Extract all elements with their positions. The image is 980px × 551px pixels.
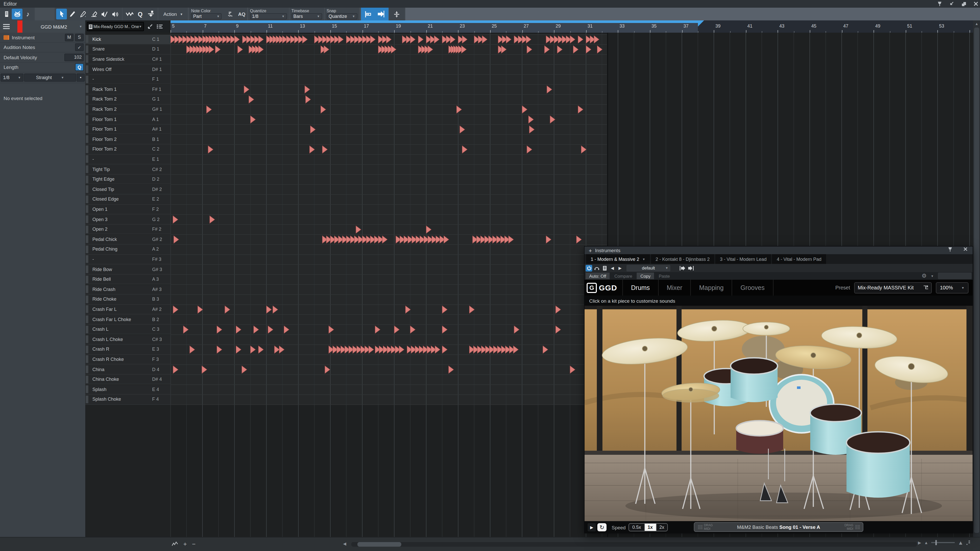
zoom-presets-icon[interactable]: [966, 540, 970, 545]
drum-editor-icon[interactable]: [12, 9, 22, 19]
row-handle[interactable]: [86, 295, 88, 303]
instrument-tab[interactable]: 4 - Vital - Modern Pad: [772, 254, 826, 264]
plugin-titlebar[interactable]: + Instruments: [585, 246, 973, 254]
row-handle[interactable]: [86, 225, 88, 233]
row-handle[interactable]: [86, 235, 88, 243]
score-editor-icon[interactable]: ♪: [22, 9, 33, 19]
loop-end-marker[interactable]: [698, 21, 704, 27]
solo-button[interactable]: S: [75, 34, 84, 41]
row-handle[interactable]: [86, 156, 88, 163]
drummap-preset-select[interactable]: Mix-Ready GGD M.. One ▼: [87, 22, 144, 31]
plugin-pin-icon[interactable]: [948, 247, 952, 252]
row-handle[interactable]: [86, 95, 88, 103]
drum-row-rack-tom-2[interactable]: Rack Tom 2 G# 1: [85, 104, 170, 114]
wrench-icon[interactable]: [148, 24, 153, 29]
copy-button[interactable]: Copy: [637, 273, 654, 279]
row-handle[interactable]: [86, 115, 88, 123]
row-handle[interactable]: [86, 125, 88, 133]
drum-row-splash[interactable]: Splash E 4: [85, 384, 170, 395]
dot-button[interactable]: •: [76, 73, 85, 82]
list-view-icon[interactable]: [157, 24, 163, 29]
ggd-tab-mixer[interactable]: Mixer: [658, 280, 690, 295]
drum-row-kick[interactable]: Kick C 1: [85, 35, 170, 44]
next-preset-icon[interactable]: ▶: [617, 265, 624, 271]
drum-row--[interactable]: - E 1: [85, 154, 170, 164]
row-handle[interactable]: [86, 375, 88, 383]
snap-select[interactable]: Quantize▼: [326, 13, 357, 19]
row-handle[interactable]: [86, 246, 88, 253]
vertical-range-icon[interactable]: [391, 9, 402, 19]
snap-next-icon[interactable]: [375, 9, 386, 19]
drag-midi-pill[interactable]: ⣿⣿ DRAGMIDI M&M2 Basic Beats Song 01 - V…: [694, 522, 863, 532]
drum-row-tight-tip[interactable]: Tight Tip C# 2: [85, 165, 170, 175]
row-handle[interactable]: [86, 75, 88, 83]
close-icon[interactable]: [974, 2, 978, 6]
drum-row-floor-tom-1[interactable]: Floor Tom 1 A 1: [85, 114, 170, 125]
drum-row--[interactable]: - F 1: [85, 75, 170, 84]
aq-toggle[interactable]: AQ: [238, 11, 246, 17]
row-handle[interactable]: [86, 386, 88, 393]
row-handle[interactable]: [86, 35, 88, 43]
grid-value-select[interactable]: 1/8▼: [0, 73, 24, 82]
editor-list-icon[interactable]: [1, 9, 12, 19]
vertical-scrollbar[interactable]: ▲ ▼: [973, 21, 980, 544]
groove-play-button[interactable]: ▶: [588, 523, 596, 531]
velocity-lane-icon[interactable]: [172, 541, 178, 547]
gear-icon[interactable]: ⚙: [921, 273, 927, 279]
row-handle[interactable]: [86, 175, 88, 183]
instrument-tab[interactable]: 3 - Vital - Modern Lead: [715, 254, 771, 264]
row-handle[interactable]: [86, 195, 88, 203]
instrument-tab[interactable]: 2 - Kontakt 8 - Djinnbass 2: [651, 254, 714, 264]
ggd-tab-drums[interactable]: Drums: [622, 280, 658, 295]
row-handle[interactable]: [86, 215, 88, 223]
vertical-scroll-thumb[interactable]: [974, 27, 979, 533]
plugin-expand-icon[interactable]: [593, 265, 600, 271]
ggd-zoom-select[interactable]: 100%▼: [936, 282, 969, 293]
note-color-select[interactable]: Part▼: [191, 13, 222, 19]
zoom-slider[interactable]: [931, 540, 955, 545]
drag-midi-left[interactable]: ⣿⣿ DRAGMIDI: [694, 524, 716, 530]
drum-row-floor-tom-2[interactable]: Floor Tom 2 C 2: [85, 144, 170, 154]
scroll-left-icon[interactable]: ◀: [343, 541, 346, 546]
drum-row-tight-edge[interactable]: Tight Edge D 2: [85, 175, 170, 184]
default-velocity-field[interactable]: 102: [64, 54, 84, 61]
timebase-select[interactable]: Bars▼: [291, 13, 322, 19]
drum-row-crash-far-l[interactable]: Crash Far L A# 2: [85, 305, 170, 314]
drum-row-ride-bell[interactable]: Ride Bell A 3: [85, 275, 170, 284]
zoom-out-icon[interactable]: ▲: [924, 540, 928, 545]
drum-row-open-2[interactable]: Open 2 F# 2: [85, 225, 170, 235]
prev-preset-icon[interactable]: ◀: [609, 265, 616, 271]
ggd-tab-grooves[interactable]: Grooves: [732, 280, 773, 295]
layout-icon[interactable]: [961, 1, 966, 6]
pin-icon[interactable]: [937, 1, 942, 6]
row-handle[interactable]: [86, 356, 88, 363]
drum-row-pedal-ching[interactable]: Pedal Ching A 2: [85, 245, 170, 254]
detach-icon[interactable]: [949, 1, 954, 6]
paste-button[interactable]: Paste: [655, 273, 673, 279]
drum-row-crash-l[interactable]: Crash L C 3: [85, 325, 170, 335]
mute-tool-icon[interactable]: [99, 9, 110, 19]
plugin-close-icon[interactable]: [963, 247, 967, 251]
add-instrument-icon[interactable]: +: [589, 247, 592, 253]
ggd-tab-mapping[interactable]: Mapping: [690, 280, 732, 295]
drum-row-open-3[interactable]: Open 3 G 2: [85, 214, 170, 225]
mute-button[interactable]: M: [65, 34, 73, 41]
horizontal-scroll-thumb[interactable]: [357, 542, 401, 547]
row-handle[interactable]: [86, 275, 88, 283]
row-handle[interactable]: [86, 326, 88, 333]
timeline-ruler[interactable]: 5791113151719212325272931333537394143454…: [170, 21, 973, 33]
length-q-button[interactable]: Q: [75, 64, 84, 71]
scroll-up-icon[interactable]: ▲: [973, 21, 980, 27]
drum-row-snare[interactable]: Snare D 1: [85, 44, 170, 54]
macros-icon[interactable]: [145, 9, 156, 19]
speed-1x[interactable]: 1x: [644, 524, 656, 531]
horizontal-scrollbar[interactable]: [351, 542, 917, 547]
row-handle[interactable]: [86, 65, 88, 73]
track-selector[interactable]: GGD M&M2▼: [22, 24, 85, 29]
external-link-icon[interactable]: [924, 285, 928, 290]
preset-file-icon[interactable]: [601, 265, 608, 271]
drum-row-ride-crash[interactable]: Ride Crash A# 3: [85, 284, 170, 295]
plugin-extra-field[interactable]: [938, 273, 972, 279]
drum-row-china[interactable]: China D 4: [85, 365, 170, 375]
drum-row-wires-off[interactable]: Wires Off D# 1: [85, 65, 170, 75]
